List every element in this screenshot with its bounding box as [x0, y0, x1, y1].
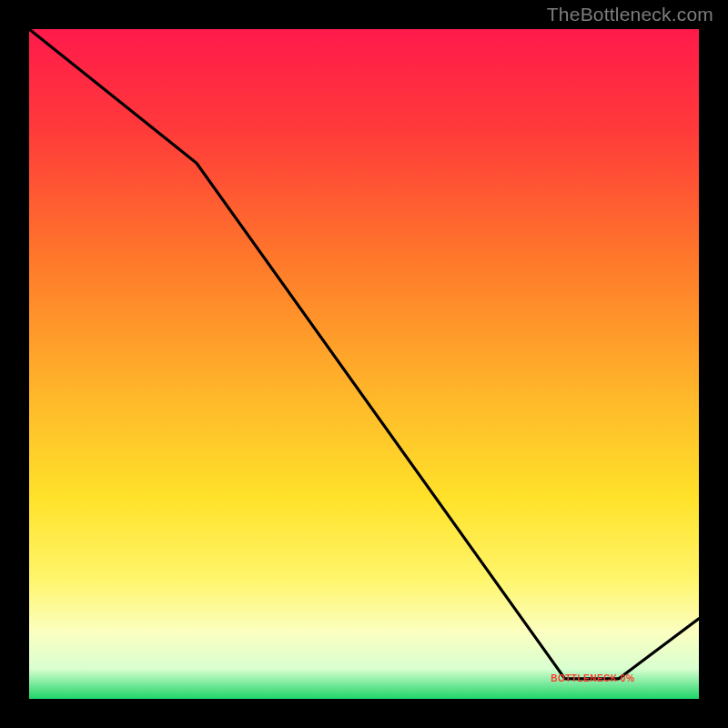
chart-container: TheBottleneck.com BOTTLENECK 0% [0, 0, 728, 728]
watermark-text: TheBottleneck.com [547, 4, 713, 25]
bottleneck-zero-label: BOTTLENECK 0% [551, 673, 634, 683]
gradient-background [29, 29, 699, 699]
plot-area [29, 29, 699, 699]
chart-svg [29, 29, 699, 699]
